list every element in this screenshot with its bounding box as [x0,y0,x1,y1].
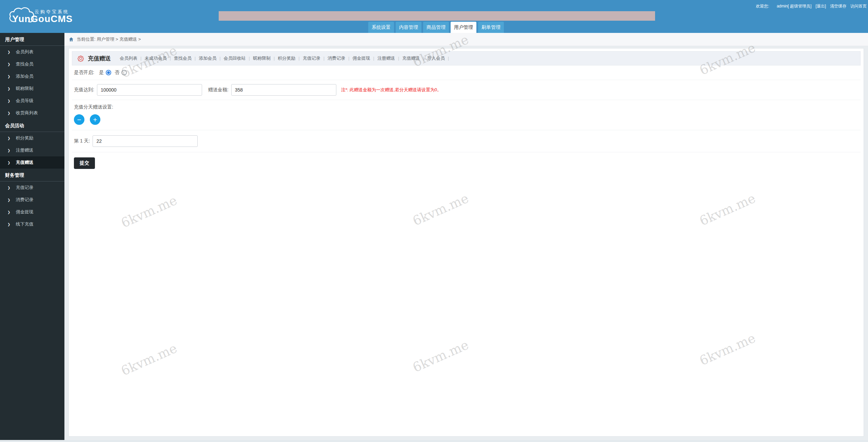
subnav-member-list[interactable]: 会员列表 [120,56,137,61]
body-row: 用户管理 ❯会员列表 ❯查找会员 ❯添加会员 ❯昵称限制 ❯会员等级 ❯收货商列… [0,33,868,440]
sidebar-item-offline-recharge[interactable]: ❯线下充值 [0,218,64,230]
sidebar: 用户管理 ❯会员列表 ❯查找会员 ❯添加会员 ❯昵称限制 ❯会员等级 ❯收货商列… [0,33,64,440]
subnav-consumption-records[interactable]: 消费记录 [320,56,345,61]
subnav-commission-withdraw[interactable]: 佣金提现 [345,56,370,61]
sidebar-item-points-reward[interactable]: ❯积分奖励 [0,132,64,144]
recharge-amount-input[interactable] [97,84,202,96]
chevron-right-icon: ❯ [7,198,10,202]
chevron-right-icon: ❯ [7,210,10,214]
submit-row: 提交 [72,152,861,173]
sidebar-item-label: 会员等级 [16,98,33,103]
day-1-input[interactable] [93,135,198,147]
chevron-right-icon: ❯ [7,136,10,140]
gift-amount-input[interactable] [231,84,336,96]
recharge-amount-label: 充值达到: [74,87,94,93]
panel-title-bar: 充值赠送 会员列表未成功会员查找会员添加会员会员回收站昵称限制积分奖励充值记录消… [72,51,861,65]
subnav-nickname-limit[interactable]: 昵称限制 [246,56,271,61]
sidebar-item-find-member[interactable]: ❯查找会员 [0,58,64,70]
top-header: YunGouCMS 云购夺宝系统 欢迎您:admin[ 超级管理员][退出]清空… [0,0,868,33]
sidebar-item-recharge-records[interactable]: ❯充值记录 [0,181,64,194]
subnav-points-reward[interactable]: 积分奖励 [271,56,295,61]
tab-system-settings[interactable]: 系统设置 [368,22,394,33]
chevron-right-icon: ❯ [7,111,10,115]
sidebar-item-label: 昵称限制 [16,86,33,91]
day-1-row: 第 1 天: [72,130,861,152]
add-day-button[interactable]: + [90,114,100,125]
remove-day-button[interactable]: − [74,114,84,125]
logo-subtitle: 云购夺宝系统 [35,9,69,15]
sidebar-item-nickname-limit[interactable]: ❯昵称限制 [0,82,64,95]
daily-section-row: 充值分天赠送设置: [72,100,861,112]
topbar: 欢迎您:admin[ 超级管理员][退出]清空缓存访问首页 [756,3,867,9]
sidebar-item-register-gift[interactable]: ❯注册赠送 [0,144,64,156]
chevron-right-icon: ❯ [7,87,10,91]
day-1-label: 第 1 天: [74,138,90,144]
subnav: 会员列表未成功会员查找会员添加会员会员回收站昵称限制积分奖励充值记录消费记录佣金… [120,55,449,61]
enable-label: 是否开启: [74,70,94,76]
tab-user-management[interactable]: 用户管理 [451,22,476,33]
current-user: admin[ 超级管理员] [777,4,812,8]
day-controls-row: − + [72,112,861,130]
sidebar-item-add-member[interactable]: ❯添加会员 [0,70,64,82]
sidebar-item-member-level[interactable]: ❯会员等级 [0,95,64,107]
chevron-right-icon: ❯ [7,62,10,66]
sidebar-item-label: 充值记录 [16,185,33,190]
sidebar-item-label: 佣金提现 [16,209,33,214]
gift-note: 注*: 此赠送金额为一次赠送,若分天赠送请设置为0。 [341,87,441,93]
main-area: 当前位置: 用户管理 > 充值赠送 > 充值赠送 会员列表未成功会员查找会员添加… [64,33,868,440]
radio-no[interactable] [121,70,127,75]
chevron-right-icon: ❯ [7,50,10,54]
subnav-register-gift[interactable]: 注册赠送 [370,56,395,61]
app-logo: YunGouCMS 云购夺宝系统 [8,4,86,30]
sidebar-item-label: 会员列表 [16,49,33,54]
admin-page: YunGouCMS 云购夺宝系统 欢迎您:admin[ 超级管理员][退出]清空… [0,0,868,442]
sidebar-item-consumption-records[interactable]: ❯消费记录 [0,194,64,206]
tab-content-management[interactable]: 内容管理 [396,22,421,33]
chevron-right-icon: ❯ [7,223,10,226]
clear-cache-link[interactable]: 清空缓存 [830,4,846,8]
subnav-add-member[interactable]: 添加会员 [192,56,216,61]
sidebar-section-user-management: 用户管理 [0,33,64,46]
banner-strip [219,11,655,21]
breadcrumb: 当前位置: 用户管理 > 充值赠送 > [64,33,868,46]
sidebar-item-member-list[interactable]: ❯会员列表 [0,46,64,58]
sidebar-item-recharge-gift[interactable]: ❯充值赠送 [0,156,64,169]
logout-link[interactable]: [退出] [815,4,826,8]
sidebar-item-label: 收货商列表 [16,110,38,115]
welcome-label: 欢迎您: [756,4,769,8]
sidebar-item-label: 查找会员 [16,61,33,66]
logo-title: YunGouCMS [12,14,73,24]
option-no-label: 否 [115,70,119,76]
sidebar-item-label: 充值赠送 [16,160,33,165]
content-wrapper: 充值赠送 会员列表未成功会员查找会员添加会员会员回收站昵称限制积分奖励充值记录消… [64,46,868,440]
sidebar-section-member-activity: 会员活动 [0,119,64,132]
subnav-import-members[interactable]: 导入会员 [420,56,445,61]
tab-order-brush-management[interactable]: 刷单管理 [478,22,504,33]
sidebar-section-finance-management: 财务管理 [0,169,64,181]
chevron-right-icon: ❯ [7,149,10,152]
sidebar-item-label: 添加会员 [16,74,33,79]
amount-row: 充值达到: 赠送金额: 注*: 此赠送金额为一次赠送,若分天赠送请设置为0。 [72,80,861,100]
submit-button[interactable]: 提交 [74,157,95,169]
sidebar-item-commission-withdraw[interactable]: ❯佣金提现 [0,206,64,218]
sidebar-item-receiver-list[interactable]: ❯收货商列表 [0,107,64,119]
subnav-recharge-gift[interactable]: 充值赠送 [395,56,420,61]
sidebar-item-label: 积分奖励 [16,135,33,140]
chevron-right-icon: ❯ [7,99,10,103]
breadcrumb-text: 当前位置: 用户管理 > 充值赠送 > [77,36,141,42]
subnav-unsuccessful-members[interactable]: 未成功会员 [137,56,166,61]
gear-icon [77,55,84,62]
home-icon [68,37,74,42]
visit-home-link[interactable]: 访问首页 [850,4,867,8]
subnav-find-member[interactable]: 查找会员 [166,56,191,61]
sidebar-item-label: 线下充值 [16,222,33,227]
sidebar-item-label: 注册赠送 [16,148,33,153]
subnav-member-recycle-bin[interactable]: 会员回收站 [216,56,245,61]
subnav-recharge-records[interactable]: 充值记录 [295,56,320,61]
enable-row: 是否开启: 是 否 [72,65,861,80]
tab-product-management[interactable]: 商品管理 [423,22,449,33]
daily-section-label: 充值分天赠送设置: [74,104,113,110]
main-nav-tabs: 系统设置 内容管理 商品管理 用户管理 刷单管理 [368,22,506,33]
radio-yes[interactable] [106,70,111,75]
option-yes-label: 是 [99,70,104,76]
